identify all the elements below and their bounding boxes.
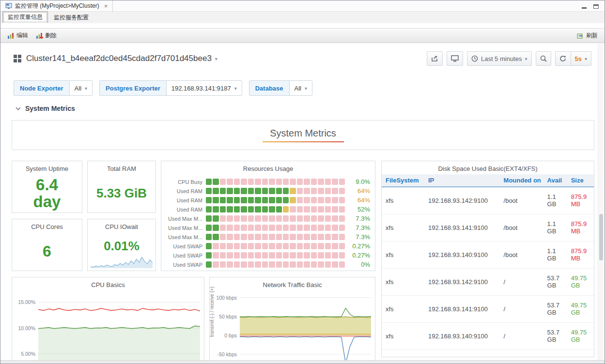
heatmap-cell (297, 243, 303, 249)
disk-table-head: FileSystemIPMounded onAvailSize (382, 174, 594, 187)
panel-resources-usage: Resources Usage CPU Busy9.0%Used RAM64%U… (161, 161, 375, 271)
disk-table-cell: /boot (500, 214, 543, 241)
vertical-scrollbar[interactable] (598, 44, 604, 360)
refresh-interval-button[interactable]: 5s▾ (571, 51, 592, 66)
panel-title[interactable]: CPU Basics (12, 277, 204, 290)
heatmap-cell (206, 243, 212, 249)
monitor-icon (451, 55, 459, 62)
disk-table-header-size[interactable]: Size (567, 174, 594, 187)
time-range-button[interactable]: Last 5 minutes ▾ (467, 51, 532, 66)
chart-svg (38, 292, 200, 360)
heatmap-cell (206, 234, 212, 240)
heatmap-cell (283, 197, 289, 203)
row-collapse-system-metrics[interactable]: System Metrics (16, 105, 75, 112)
disk-table-cell: 192.168.93.140:9100 (424, 241, 500, 268)
disk-table-cell: 192.168.93.141:9100 (424, 214, 500, 241)
dashboard-title[interactable]: Cluster141_b4eeaf2dc0ed45cdad2f7d701d45b… (26, 54, 217, 63)
heatmap-cell (304, 261, 310, 268)
plot-area (38, 292, 200, 360)
dashboard-actions: Last 5 minutes ▾ 5s▾ (427, 51, 591, 66)
heatmap-cell (248, 215, 254, 222)
caret-down-icon: ▾ (525, 56, 527, 61)
disk-table-header-filesystem[interactable]: FileSystem (382, 174, 424, 187)
panel-title[interactable]: Total RAM (88, 161, 155, 174)
heatmap-cell (262, 243, 268, 249)
panel-title[interactable]: System Uptime (12, 161, 82, 174)
heatmap-cell (311, 252, 317, 258)
heatmap-cell (325, 252, 331, 258)
delete-button[interactable]: 删除 (33, 30, 60, 41)
heatmap-cell (304, 234, 310, 240)
maximize-button[interactable] (593, 2, 599, 11)
disk-table-header-ip[interactable]: IP (424, 174, 500, 187)
scrollbar-thumb[interactable] (599, 214, 603, 260)
tv-mode-button[interactable] (447, 51, 463, 66)
panel-title[interactable]: Disk Space Used Basic(EXT4/XFS) (382, 161, 594, 174)
heatmap-row-value: 7.3% (345, 233, 370, 241)
refresh-toolbar-button[interactable]: 刷新 (574, 30, 601, 41)
heatmap-cell (234, 234, 240, 240)
variable-value-dropdown[interactable]: All▾ (289, 81, 312, 95)
y-axis-ticks: 100 kbps50 kbps0 bps-50 kbps (217, 292, 240, 360)
maximize-icon (593, 4, 599, 9)
iowait-sparkline (91, 256, 153, 268)
tab-monitor-service-config[interactable]: 监控服务配置 (49, 12, 93, 23)
minimize-button[interactable] (582, 2, 587, 11)
disk-table-header-mounded-on[interactable]: Mounded on (500, 174, 543, 187)
caret-down-icon: ▾ (85, 86, 87, 91)
close-icon[interactable]: × (104, 2, 108, 10)
panel-title[interactable]: Resources Usage (161, 161, 375, 174)
heatmap-cell (283, 243, 289, 249)
disk-table-cell: 49.75 GB (567, 322, 594, 349)
stat-value: 5.33 GiB (88, 174, 155, 212)
caret-down-icon: ▾ (305, 86, 307, 91)
heatmap-cell (276, 215, 282, 222)
panel-cpu-cores: CPU Cores 6 (12, 219, 82, 271)
heatmap-cell (227, 225, 233, 231)
heatmap-row: Used RAM52% (164, 205, 370, 214)
disk-table-cell: xfs (382, 268, 424, 295)
heatmap-cell (290, 261, 295, 268)
heatmap-cell (206, 215, 212, 222)
heatmap-cell (290, 234, 295, 240)
heatmap-cells (206, 252, 345, 258)
disk-table-header-avail[interactable]: Avail (543, 174, 567, 187)
delete-icon (36, 32, 43, 39)
heatmap-cell (311, 215, 317, 222)
app-window: 监控管理 (MyProject>MyCluster) × 监控度量信息 监控服务… (0, 0, 605, 364)
heatmap-cell (269, 215, 275, 222)
variable-value-dropdown[interactable]: 192.168.93.141:9187▾ (166, 81, 242, 95)
heatmap-cell (332, 206, 338, 212)
heatmap-cell (290, 215, 295, 222)
variable-database: Database All▾ (249, 80, 312, 96)
minimize-icon (582, 7, 587, 9)
zoom-out-button[interactable] (536, 51, 551, 66)
tab-monitor-metrics[interactable]: 监控度量信息 (2, 11, 48, 23)
edit-button[interactable]: 编辑 (4, 30, 31, 41)
heatmap-cell (227, 234, 233, 240)
heatmap-cell (304, 179, 310, 185)
heatmap-cell (269, 252, 275, 258)
dashboard-grid-icon (14, 55, 21, 62)
y-tick-label: 15.00% (18, 299, 35, 305)
refresh-dashboard-button[interactable] (555, 51, 571, 66)
heatmap-cell (241, 215, 247, 222)
heatmap-cell (325, 179, 331, 185)
variable-value-dropdown[interactable]: All▾ (69, 81, 92, 95)
heatmap-cell (332, 243, 338, 249)
heatmap-cell (255, 225, 261, 231)
share-icon (431, 55, 438, 62)
window-title-tab[interactable]: 监控管理 (MyProject>MyCluster) × (0, 0, 113, 12)
heatmap-cell (234, 261, 240, 268)
heatmap-cell (304, 197, 310, 203)
panel-title[interactable]: CPU Cores (12, 219, 82, 232)
panel-title[interactable]: Network Traffic Basic (210, 277, 375, 290)
heatmap-cell (262, 206, 268, 212)
heatmap-cell (325, 215, 331, 222)
heatmap-cell (290, 197, 295, 203)
share-button[interactable] (427, 51, 443, 66)
heatmap-cell (332, 179, 338, 185)
panel-title[interactable]: CPU IOwait (88, 219, 155, 232)
refresh-icon (559, 55, 566, 62)
heatmap-cell (332, 215, 338, 222)
